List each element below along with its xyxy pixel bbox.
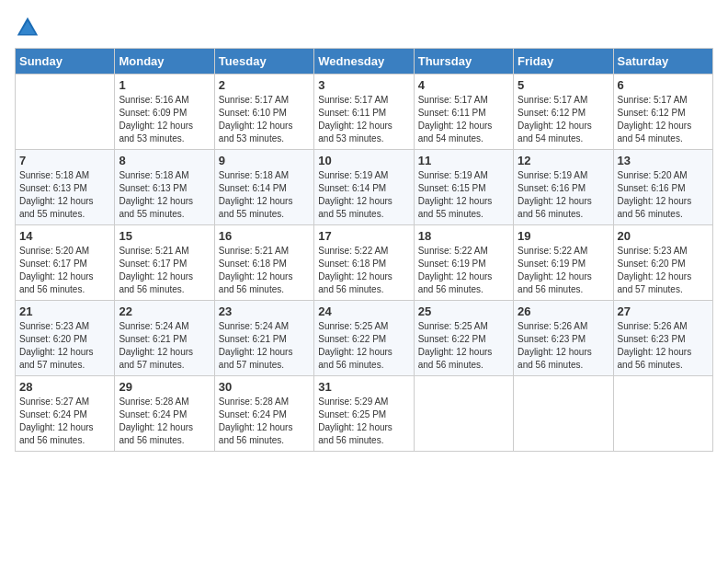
day-number: 27 (618, 304, 709, 318)
day-number: 15 (119, 229, 210, 243)
day-info: Sunrise: 5:24 AM Sunset: 6:21 PM Dayligh… (119, 320, 210, 372)
calendar-cell: 12Sunrise: 5:19 AM Sunset: 6:16 PM Dayli… (514, 150, 613, 225)
day-info: Sunrise: 5:24 AM Sunset: 6:21 PM Dayligh… (219, 320, 310, 372)
week-row-1: 1Sunrise: 5:16 AM Sunset: 6:09 PM Daylig… (16, 75, 713, 150)
day-number: 13 (618, 154, 709, 167)
day-header-monday: Monday (115, 49, 214, 75)
calendar-cell: 6Sunrise: 5:17 AM Sunset: 6:12 PM Daylig… (613, 75, 712, 150)
calendar-cell (16, 75, 115, 150)
calendar-cell: 5Sunrise: 5:17 AM Sunset: 6:12 PM Daylig… (514, 75, 613, 150)
calendar-cell: 8Sunrise: 5:18 AM Sunset: 6:13 PM Daylig… (115, 150, 214, 225)
day-info: Sunrise: 5:17 AM Sunset: 6:12 PM Dayligh… (518, 94, 609, 145)
day-header-tuesday: Tuesday (214, 49, 313, 75)
calendar-cell: 29Sunrise: 5:28 AM Sunset: 6:24 PM Dayli… (115, 376, 214, 452)
calendar-cell: 23Sunrise: 5:24 AM Sunset: 6:21 PM Dayli… (214, 301, 313, 376)
day-info: Sunrise: 5:28 AM Sunset: 6:24 PM Dayligh… (219, 396, 310, 447)
day-info: Sunrise: 5:18 AM Sunset: 6:13 PM Dayligh… (19, 169, 110, 221)
day-header-wednesday: Wednesday (314, 49, 414, 75)
day-number: 7 (19, 154, 110, 167)
calendar-cell: 15Sunrise: 5:21 AM Sunset: 6:17 PM Dayli… (115, 225, 214, 301)
day-number: 24 (318, 304, 409, 318)
calendar-cell: 14Sunrise: 5:20 AM Sunset: 6:17 PM Dayli… (16, 225, 115, 301)
calendar-table: SundayMondayTuesdayWednesdayThursdayFrid… (15, 48, 713, 452)
day-number: 2 (219, 78, 310, 92)
day-number: 18 (418, 229, 509, 243)
day-number: 29 (119, 380, 210, 394)
day-number: 14 (19, 229, 110, 243)
day-number: 8 (119, 154, 210, 167)
day-number: 4 (418, 78, 509, 92)
day-number: 19 (518, 229, 609, 243)
day-number: 16 (219, 229, 310, 243)
day-info: Sunrise: 5:29 AM Sunset: 6:25 PM Dayligh… (318, 396, 409, 447)
day-number: 9 (219, 154, 310, 167)
day-info: Sunrise: 5:21 AM Sunset: 6:18 PM Dayligh… (219, 245, 310, 296)
week-row-5: 28Sunrise: 5:27 AM Sunset: 6:24 PM Dayli… (16, 376, 713, 452)
day-header-saturday: Saturday (613, 49, 712, 75)
day-info: Sunrise: 5:25 AM Sunset: 6:22 PM Dayligh… (418, 320, 509, 372)
day-info: Sunrise: 5:26 AM Sunset: 6:23 PM Dayligh… (518, 320, 609, 372)
day-info: Sunrise: 5:28 AM Sunset: 6:24 PM Dayligh… (119, 396, 210, 447)
calendar-cell: 18Sunrise: 5:22 AM Sunset: 6:19 PM Dayli… (414, 225, 513, 301)
calendar-body: 1Sunrise: 5:16 AM Sunset: 6:09 PM Daylig… (16, 75, 713, 452)
day-header-thursday: Thursday (414, 49, 513, 75)
day-number: 20 (618, 229, 709, 243)
calendar-cell (414, 376, 513, 452)
calendar-header-row: SundayMondayTuesdayWednesdayThursdayFrid… (16, 49, 713, 75)
calendar-cell: 10Sunrise: 5:19 AM Sunset: 6:14 PM Dayli… (314, 150, 414, 225)
week-row-4: 21Sunrise: 5:23 AM Sunset: 6:20 PM Dayli… (16, 301, 713, 376)
day-info: Sunrise: 5:19 AM Sunset: 6:15 PM Dayligh… (418, 169, 509, 221)
day-info: Sunrise: 5:26 AM Sunset: 6:23 PM Dayligh… (618, 320, 709, 372)
day-info: Sunrise: 5:27 AM Sunset: 6:24 PM Dayligh… (19, 396, 110, 447)
day-info: Sunrise: 5:17 AM Sunset: 6:10 PM Dayligh… (219, 94, 310, 145)
day-header-sunday: Sunday (16, 49, 115, 75)
week-row-3: 14Sunrise: 5:20 AM Sunset: 6:17 PM Dayli… (16, 225, 713, 301)
day-number: 6 (618, 78, 709, 92)
day-info: Sunrise: 5:22 AM Sunset: 6:19 PM Dayligh… (418, 245, 509, 296)
calendar-cell: 7Sunrise: 5:18 AM Sunset: 6:13 PM Daylig… (16, 150, 115, 225)
day-info: Sunrise: 5:19 AM Sunset: 6:14 PM Dayligh… (318, 169, 409, 221)
day-info: Sunrise: 5:23 AM Sunset: 6:20 PM Dayligh… (19, 320, 110, 372)
calendar-cell: 13Sunrise: 5:20 AM Sunset: 6:16 PM Dayli… (613, 150, 712, 225)
calendar-cell: 26Sunrise: 5:26 AM Sunset: 6:23 PM Dayli… (514, 301, 613, 376)
calendar-cell (613, 376, 712, 452)
day-info: Sunrise: 5:16 AM Sunset: 6:09 PM Dayligh… (119, 94, 210, 145)
day-number: 25 (418, 304, 509, 318)
day-info: Sunrise: 5:18 AM Sunset: 6:14 PM Dayligh… (219, 169, 310, 221)
calendar-cell: 11Sunrise: 5:19 AM Sunset: 6:15 PM Dayli… (414, 150, 513, 225)
day-number: 23 (219, 304, 310, 318)
day-info: Sunrise: 5:22 AM Sunset: 6:19 PM Dayligh… (518, 245, 609, 296)
day-info: Sunrise: 5:21 AM Sunset: 6:17 PM Dayligh… (119, 245, 210, 296)
day-number: 5 (518, 78, 609, 92)
day-info: Sunrise: 5:20 AM Sunset: 6:17 PM Dayligh… (19, 245, 110, 296)
calendar-cell: 1Sunrise: 5:16 AM Sunset: 6:09 PM Daylig… (115, 75, 214, 150)
calendar-cell: 20Sunrise: 5:23 AM Sunset: 6:20 PM Dayli… (613, 225, 712, 301)
day-info: Sunrise: 5:17 AM Sunset: 6:11 PM Dayligh… (318, 94, 409, 145)
calendar-cell: 25Sunrise: 5:25 AM Sunset: 6:22 PM Dayli… (414, 301, 513, 376)
week-row-2: 7Sunrise: 5:18 AM Sunset: 6:13 PM Daylig… (16, 150, 713, 225)
calendar-cell: 17Sunrise: 5:22 AM Sunset: 6:18 PM Dayli… (314, 225, 414, 301)
day-info: Sunrise: 5:17 AM Sunset: 6:12 PM Dayligh… (618, 94, 709, 145)
day-info: Sunrise: 5:23 AM Sunset: 6:20 PM Dayligh… (618, 245, 709, 296)
calendar-cell: 9Sunrise: 5:18 AM Sunset: 6:14 PM Daylig… (214, 150, 313, 225)
day-number: 28 (19, 380, 110, 394)
calendar-cell: 30Sunrise: 5:28 AM Sunset: 6:24 PM Dayli… (214, 376, 313, 452)
day-header-friday: Friday (514, 49, 613, 75)
logo-icon (15, 15, 40, 40)
day-number: 21 (19, 304, 110, 318)
day-number: 22 (119, 304, 210, 318)
calendar-cell: 31Sunrise: 5:29 AM Sunset: 6:25 PM Dayli… (314, 376, 414, 452)
calendar-cell: 24Sunrise: 5:25 AM Sunset: 6:22 PM Dayli… (314, 301, 414, 376)
calendar-cell: 3Sunrise: 5:17 AM Sunset: 6:11 PM Daylig… (314, 75, 414, 150)
calendar-cell (514, 376, 613, 452)
day-number: 30 (219, 380, 310, 394)
day-number: 3 (318, 78, 409, 92)
day-info: Sunrise: 5:25 AM Sunset: 6:22 PM Dayligh… (318, 320, 409, 372)
day-number: 17 (318, 229, 409, 243)
day-number: 26 (518, 304, 609, 318)
day-number: 10 (318, 154, 409, 167)
calendar-cell: 28Sunrise: 5:27 AM Sunset: 6:24 PM Dayli… (16, 376, 115, 452)
day-info: Sunrise: 5:19 AM Sunset: 6:16 PM Dayligh… (518, 169, 609, 221)
calendar-cell: 2Sunrise: 5:17 AM Sunset: 6:10 PM Daylig… (214, 75, 313, 150)
day-info: Sunrise: 5:22 AM Sunset: 6:18 PM Dayligh… (318, 245, 409, 296)
